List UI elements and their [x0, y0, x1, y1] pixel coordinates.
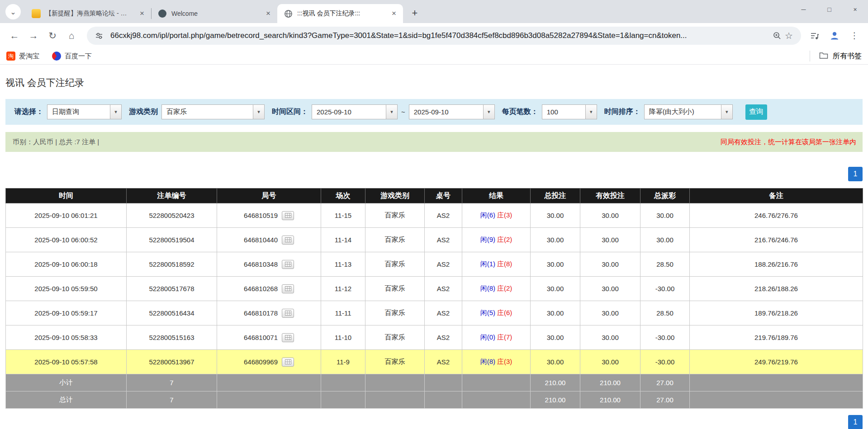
- baidu-icon: [52, 52, 61, 61]
- cell-round: 646810440: [217, 228, 321, 252]
- tab-title: :::视讯 会员下注纪录:::: [297, 9, 385, 18]
- tab-strip: ⌄ 【新提醒】海燕策略论坛 - 综合 × Welcome × :::视讯 会员下…: [0, 0, 868, 23]
- bookmark-star-icon[interactable]: ☆: [783, 30, 795, 41]
- header-bet-id: 注单编号: [127, 189, 217, 203]
- game-category-select[interactable]: 百家乐 ▾: [161, 104, 265, 119]
- round-detail-icon[interactable]: [282, 358, 294, 367]
- cell-note: 249.76/219.76: [690, 350, 863, 374]
- bookmark-baidu[interactable]: 百度一下: [52, 52, 92, 61]
- cell-bet-id: 522800515163: [127, 325, 217, 350]
- sort-label: 时间排序：: [604, 107, 640, 117]
- cell-game-type: 百家乐: [365, 228, 425, 252]
- close-tab-icon[interactable]: ×: [389, 9, 398, 18]
- result-player: 闲(5): [480, 309, 495, 316]
- cell-session: 11-14: [321, 228, 365, 252]
- cell-result: 闲(1)庄(8): [462, 252, 531, 277]
- total-row: 总计 7 210.00 210.00 27.00: [6, 391, 863, 409]
- bet-table-body: 2025-09-10 06:01:21 522800520423 6468105…: [6, 203, 863, 374]
- page-1-button[interactable]: 1: [848, 167, 863, 181]
- round-detail-icon[interactable]: [282, 284, 294, 293]
- page-title: 视讯 会员下注纪录: [5, 76, 863, 89]
- cell-game-type: 百家乐: [365, 252, 425, 277]
- bet-row: 2025-09-10 05:59:17 522800516434 6468101…: [6, 301, 863, 325]
- round-detail-icon[interactable]: [282, 211, 294, 220]
- result-banker: 庄(2): [497, 236, 512, 243]
- tab-bet-records-active[interactable]: :::视讯 会员下注纪录::: ×: [277, 4, 403, 23]
- query-type-label: 请选择：: [14, 107, 43, 117]
- page-1-button[interactable]: 1: [848, 415, 863, 429]
- refresh-button[interactable]: ↻: [43, 27, 62, 45]
- result-player: 闲(6): [480, 211, 495, 219]
- cell-round: 646810268: [217, 277, 321, 301]
- page-size-label: 每页笔数：: [502, 107, 538, 117]
- divider: [810, 51, 810, 61]
- site-settings-icon[interactable]: [93, 32, 105, 40]
- minimize-button[interactable]: ─: [791, 0, 816, 19]
- query-type-select[interactable]: 日期查询 ▾: [47, 104, 122, 119]
- round-number: 646810519: [244, 212, 278, 219]
- tab-search-button[interactable]: ⌄: [5, 4, 21, 19]
- result-player: 闲(1): [480, 260, 495, 268]
- cell-note: 188.26/216.76: [690, 252, 863, 277]
- close-tab-icon[interactable]: ×: [264, 9, 273, 18]
- cell-round: 646809969: [217, 350, 321, 374]
- cell-game-type: 百家乐: [365, 325, 425, 350]
- tab-forum[interactable]: 【新提醒】海燕策略论坛 - 综合 ×: [25, 4, 151, 23]
- bookmark-taobao[interactable]: 淘 爱淘宝: [6, 52, 39, 61]
- result-banker: 庄(7): [497, 333, 512, 341]
- cell-table-number: AS2: [425, 350, 462, 374]
- cell-session: 11-11: [321, 301, 365, 325]
- date-to-select[interactable]: 2025-09-10 ▾: [409, 104, 495, 119]
- cell-session: 11-12: [321, 277, 365, 301]
- welcome-favicon-icon: [158, 9, 167, 18]
- profile-avatar-icon[interactable]: [826, 28, 843, 44]
- cell-valid-bet: 30.00: [580, 350, 640, 374]
- header-valid-bet: 有效投注: [580, 189, 640, 203]
- result-banker: 庄(2): [497, 284, 512, 292]
- search-button[interactable]: 查询: [745, 104, 767, 120]
- all-bookmarks[interactable]: 所有书签: [810, 51, 862, 61]
- maximize-button[interactable]: □: [816, 0, 842, 19]
- round-detail-icon[interactable]: [282, 309, 294, 318]
- cell-note: 218.26/188.26: [690, 277, 863, 301]
- page-size-select[interactable]: 100 ▾: [542, 104, 597, 119]
- total-count: 7: [127, 391, 217, 409]
- media-controls-icon[interactable]: [806, 28, 823, 44]
- cell-bet-id: 522800519504: [127, 228, 217, 252]
- address-bar[interactable]: 66cxkj98.com/ipl/portal.php/game/betreco…: [87, 27, 801, 45]
- tab-welcome[interactable]: Welcome ×: [152, 4, 277, 23]
- close-tab-icon[interactable]: ×: [138, 9, 147, 18]
- cell-bet-id: 522800516434: [127, 301, 217, 325]
- all-bookmarks-label: 所有书签: [833, 52, 862, 61]
- round-detail-icon[interactable]: [282, 236, 294, 245]
- cell-time: 2025-09-10 06:00:52: [6, 228, 127, 252]
- subtotal-valid-bet: 210.00: [580, 374, 640, 391]
- zoom-icon[interactable]: [771, 31, 783, 40]
- new-tab-button[interactable]: +: [408, 6, 422, 20]
- round-detail-icon[interactable]: [282, 260, 294, 269]
- forward-button[interactable]: →: [24, 27, 43, 45]
- cell-round: 646810348: [217, 252, 321, 277]
- cell-result: 闲(9)庄(2): [462, 228, 531, 252]
- round-detail-icon[interactable]: [282, 333, 294, 342]
- cell-result: 闲(6)庄(3): [462, 203, 531, 228]
- summary-bar: 币别：人民币 | 总共 :7 注单 | 同局有效投注，统一计算在该局第一张注单内: [5, 132, 863, 152]
- toolbar-right: ⋮: [806, 28, 863, 44]
- cell-session: 11-15: [321, 203, 365, 228]
- home-button[interactable]: ⌂: [62, 27, 81, 45]
- cell-result: 闲(5)庄(6): [462, 301, 531, 325]
- cell-note: 216.76/246.76: [690, 228, 863, 252]
- header-result: 结果: [462, 189, 531, 203]
- back-button[interactable]: ←: [5, 27, 24, 45]
- browser-menu-icon[interactable]: ⋮: [846, 28, 863, 44]
- cell-payout: 28.50: [640, 252, 690, 277]
- cell-time: 2025-09-10 05:58:33: [6, 325, 127, 350]
- cell-table-number: AS2: [425, 325, 462, 350]
- date-from-select[interactable]: 2025-09-10 ▾: [312, 104, 398, 119]
- table-header-row: 时间 注单编号 局号 场次 游戏类别 桌号 结果 总投注 有效投注 总派彩 备注: [6, 189, 863, 203]
- cell-game-type: 百家乐: [365, 277, 425, 301]
- close-window-button[interactable]: ×: [842, 0, 868, 19]
- header-total-bet: 总投注: [531, 189, 580, 203]
- subtotal-count: 7: [127, 374, 217, 391]
- sort-select[interactable]: 降幂(由大到小) ▾: [644, 104, 733, 119]
